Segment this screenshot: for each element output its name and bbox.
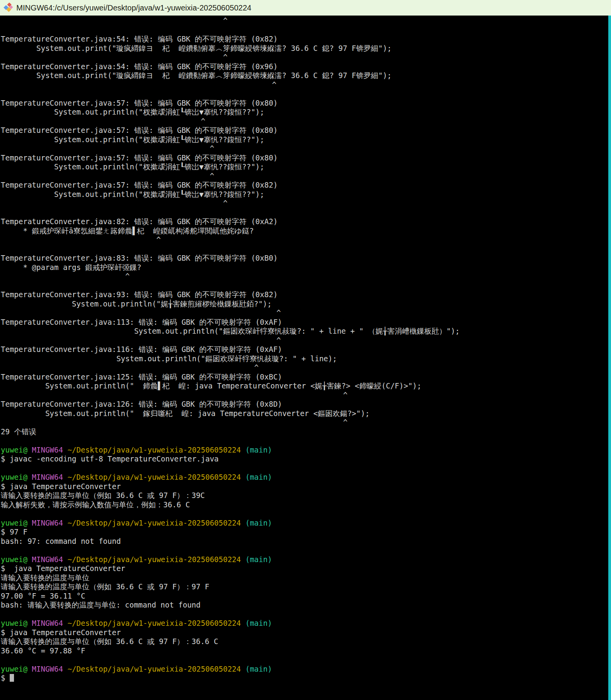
- prompt-space: [241, 619, 245, 627]
- prompt-git-branch: (main): [245, 446, 272, 454]
- terminal-line: System.out.println("杈撳叆涓虹┖锛岀▼搴忛??鍑恒??");: [1, 190, 611, 199]
- shell-prompt-line: yuwei@ MINGW64 ~/Desktop/java/w1-yuweixi…: [1, 446, 611, 455]
- shell-prompt-line: yuwei@ MINGW64 ~/Desktop/java/w1-yuweixi…: [1, 619, 611, 628]
- terminal-line: System.out.println("鏂囦欢琛屽牸寮忛敊璇?: " + lin…: [1, 327, 611, 336]
- prompt-msystem: MINGW64: [32, 446, 63, 454]
- prompt-user: yuwei@: [1, 446, 28, 454]
- error-caret-line: ^: [1, 391, 611, 400]
- prompt-space: [63, 619, 67, 627]
- prompt-space: [241, 519, 245, 527]
- prompt-space: [28, 473, 32, 481]
- shell-prompt-line: yuwei@ MINGW64 ~/Desktop/java/w1-yuweixi…: [1, 555, 611, 564]
- terminal-line: System.out.println("杈撳叆涓虹┖锛岀▼搴忛??鍑恒??");: [1, 162, 611, 172]
- prompt-user: yuwei@: [1, 619, 28, 627]
- command-input-line[interactable]: $: [1, 674, 611, 683]
- terminal-blank-line: [1, 610, 611, 619]
- terminal-line: 请输入要转换的温度与单位（例如 36.6 C 或 97 F）：97 F: [1, 582, 611, 592]
- terminal-line: TemperatureConverter.java:57: 错误: 编码 GBK…: [1, 126, 611, 135]
- prompt-space: [28, 446, 32, 454]
- terminal-line: $ java TemperatureConverter: [1, 628, 611, 637]
- terminal-line: TemperatureConverter.java:82: 错误: 编码 GBK…: [1, 217, 611, 226]
- terminal-line: 请输入要转换的温度与单位（例如 36.6 C 或 97 F）：39C: [1, 491, 611, 500]
- error-caret-line: ^: [1, 272, 611, 281]
- prompt-git-branch: (main): [245, 665, 272, 673]
- terminal-line: TemperatureConverter.java:57: 错误: 编码 GBK…: [1, 181, 611, 190]
- prompt-space: [28, 665, 32, 673]
- prompt-space: [28, 555, 32, 564]
- terminal-output[interactable]: ^TemperatureConverter.java:54: 错误: 编码 GB…: [0, 16, 611, 700]
- window-title: MINGW64:/c/Users/yuwei/Desktop/java/w1-y…: [16, 3, 251, 12]
- shell-prompt-line: yuwei@ MINGW64 ~/Desktop/java/w1-yuweixi…: [1, 519, 611, 528]
- terminal-blank-line: [1, 436, 611, 446]
- error-caret-line: ^: [1, 199, 611, 208]
- prompt-space: [63, 665, 67, 673]
- terminal-line: TemperatureConverter.java:54: 错误: 编码 GBK…: [1, 62, 611, 71]
- terminal-scrollbar[interactable]: [608, 16, 611, 700]
- error-caret-line: ^: [1, 363, 611, 373]
- terminal-line: $ java TemperatureConverter: [1, 482, 611, 491]
- prompt-path: ~/Desktop/java/w1-yuweixia-202506050224: [68, 519, 241, 527]
- prompt-space: [63, 446, 67, 454]
- terminal-line: System.out.println("娓╁害鍊煎繀椤绘槸鏁板瓧銆?");: [1, 300, 611, 309]
- prompt-msystem: MINGW64: [32, 519, 63, 527]
- prompt-space: [241, 473, 245, 481]
- prompt-path: ~/Desktop/java/w1-yuweixia-202506050224: [68, 665, 241, 673]
- terminal-blank-line: [1, 208, 611, 218]
- terminal-line: TemperatureConverter.java:57: 错误: 编码 GBK…: [1, 153, 611, 163]
- prompt-space: [241, 446, 245, 454]
- terminal-line: 36.60 °C = 97.88 °F: [1, 646, 611, 656]
- prompt-msystem: MINGW64: [32, 619, 63, 627]
- terminal-line: TemperatureConverter.java:57: 错误: 编码 GBK…: [1, 99, 611, 108]
- error-caret-line: ^: [1, 418, 611, 427]
- error-caret-line: ^: [1, 308, 611, 318]
- terminal-line: 29 个错误: [1, 427, 611, 437]
- prompt-space: [241, 555, 245, 564]
- terminal-line: 请输入要转换的温度与单位: [1, 573, 611, 583]
- prompt-msystem: MINGW64: [32, 473, 63, 481]
- terminal-line: 97.00 °F = 36.11 °C: [1, 592, 611, 601]
- window-title-bar[interactable]: MINGW64:/c/Users/yuwei/Desktop/java/w1-y…: [0, 0, 611, 16]
- terminal-line: System.out.print("璇疯緭鍏ヨ 杞 崲鐨勬俯搴︿笌鍗曚綅锛堜緥濡…: [1, 44, 611, 53]
- prompt-dollar: $: [1, 674, 10, 682]
- error-caret-line: ^: [1, 235, 611, 245]
- prompt-path: ~/Desktop/java/w1-yuweixia-202506050224: [68, 619, 241, 627]
- prompt-git-branch: (main): [245, 473, 272, 481]
- terminal-line: TemperatureConverter.java:125: 错误: 编码 GB…: [1, 373, 611, 382]
- terminal-line: TemperatureConverter.java:113: 错误: 编码 GB…: [1, 318, 611, 327]
- terminal-line: System.out.println(" 鍗曟▌杞 崲: java Temper…: [1, 381, 611, 391]
- prompt-user: yuwei@: [1, 665, 28, 673]
- error-caret-line: ^: [1, 336, 611, 345]
- prompt-path: ~/Desktop/java/w1-yuweixia-202506050224: [68, 555, 241, 564]
- prompt-path: ~/Desktop/java/w1-yuweixia-202506050224: [68, 473, 241, 481]
- terminal-line: TemperatureConverter.java:83: 错误: 编码 GBK…: [1, 254, 611, 263]
- terminal-line: 请输入要转换的温度与单位（例如 36.6 C 或 97 F）：36.6 C: [1, 637, 611, 646]
- terminal-cursor: [10, 674, 14, 682]
- terminal-line: TemperatureConverter.java:116: 错误: 编码 GB…: [1, 345, 611, 354]
- error-caret-line: ^: [1, 53, 611, 62]
- prompt-path: ~/Desktop/java/w1-yuweixia-202506050224: [68, 446, 241, 454]
- prompt-git-branch: (main): [245, 619, 272, 627]
- error-caret-line: ^: [1, 172, 611, 181]
- terminal-line: $ 97 F: [1, 528, 611, 537]
- error-caret-line: ^: [1, 144, 611, 153]
- prompt-user: yuwei@: [1, 555, 28, 564]
- error-caret-line: ^: [1, 16, 611, 26]
- terminal-line: * @param args 鍛戒护琛屽弬鏁?: [1, 263, 611, 272]
- prompt-space: [63, 473, 67, 481]
- terminal-line: TemperatureConverter.java:126: 错误: 编码 GB…: [1, 400, 611, 409]
- shell-prompt-line: yuwei@ MINGW64 ~/Desktop/java/w1-yuweixi…: [1, 473, 611, 482]
- terminal-line: $ javac -encoding utf-8 TemperatureConve…: [1, 454, 611, 464]
- terminal-blank-line: [1, 281, 611, 291]
- terminal-line: 输入解析失败，请按示例输入数值与单位，例如：36.6 C: [1, 500, 611, 510]
- terminal-line: bash: 97: command not found: [1, 537, 611, 546]
- terminal-line: System.out.println(" 鎵归噺杞 崲: java Temper…: [1, 409, 611, 418]
- terminal-line: TemperatureConverter.java:93: 错误: 编码 GBK…: [1, 290, 611, 300]
- prompt-space: [28, 619, 32, 627]
- prompt-git-branch: (main): [245, 555, 272, 564]
- prompt-msystem: MINGW64: [32, 555, 63, 564]
- prompt-msystem: MINGW64: [32, 665, 63, 673]
- terminal-blank-line: [1, 464, 611, 473]
- terminal-blank-line: [1, 655, 611, 665]
- msys2-icon: [3, 3, 13, 13]
- prompt-space: [63, 519, 67, 527]
